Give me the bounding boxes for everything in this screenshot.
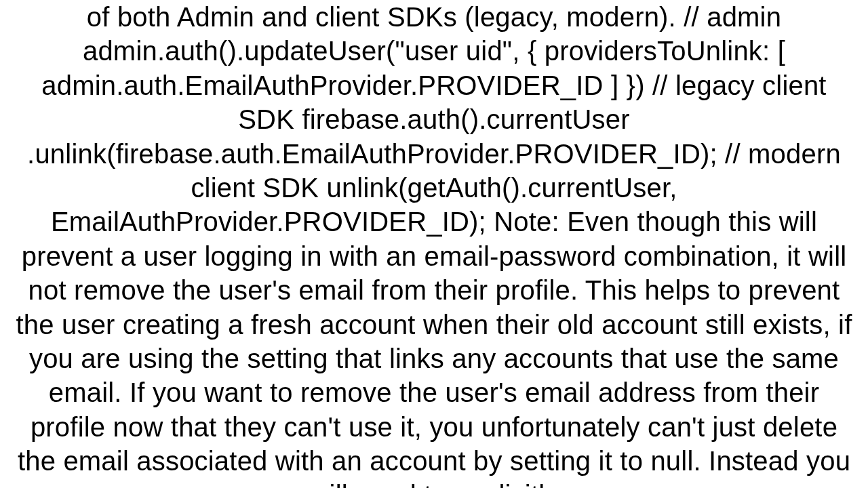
body-text: of both Admin and client SDKs (legacy, m… xyxy=(16,2,852,488)
document-body: of both Admin and client SDKs (legacy, m… xyxy=(0,0,868,488)
